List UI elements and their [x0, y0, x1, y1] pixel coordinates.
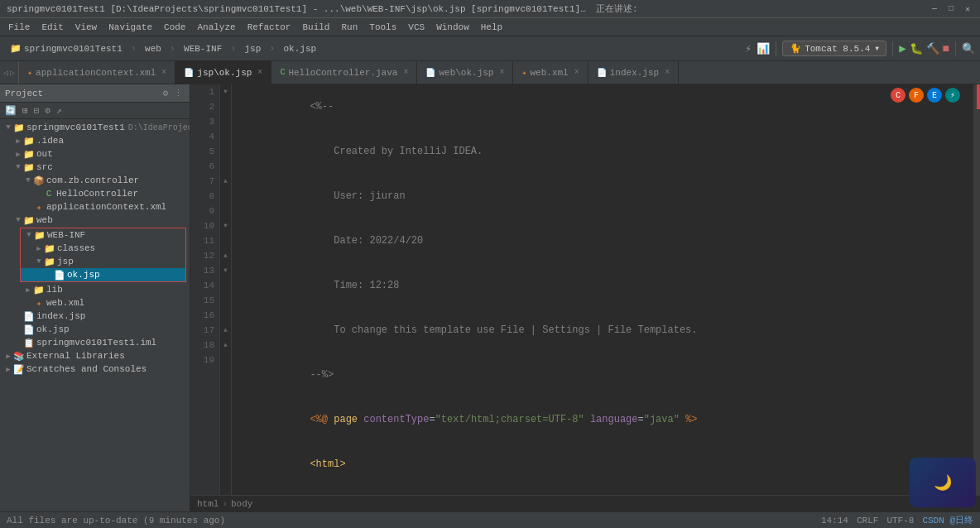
editor-scrollbar[interactable] [973, 84, 980, 495]
breadcrumb-sep2: › [170, 43, 175, 55]
ie-icon[interactable]: E [927, 88, 942, 103]
tab-scroll-left[interactable]: ◁ [3, 68, 8, 78]
menu-tools[interactable]: Tools [364, 21, 401, 34]
sidebar-item-scratches[interactable]: ▶ 📝 Scratches and Consoles [0, 362, 190, 376]
maximize-button[interactable]: □ [945, 3, 957, 15]
sidebar-item-web[interactable]: ▼ 📁 web [0, 214, 190, 227]
web-btn[interactable]: web [140, 42, 166, 55]
sidebar-item-jsp[interactable]: ▼ 📁 jsp [21, 255, 185, 268]
sidebar-item-idea[interactable]: ▶ 📁 .idea [0, 134, 190, 147]
code-line-8: <%@ page contentType="text/html;charset=… [238, 397, 967, 442]
tab-okjsp-close[interactable]: × [257, 68, 262, 77]
bc-body[interactable]: body [231, 499, 252, 509]
sidebar-item-lib[interactable]: ▶ 📁 lib [0, 283, 190, 296]
menu-vcs[interactable]: VCS [403, 21, 430, 34]
sidebar-tool-1[interactable]: 🔄 [3, 104, 18, 117]
tab-scroll-right[interactable]: ▷ [10, 68, 15, 78]
toolbar-sep-1 [776, 41, 776, 56]
tab-webxml[interactable]: ✦ web.xml × [513, 61, 588, 84]
tab-webokjsp-close[interactable]: × [499, 68, 504, 77]
sidebar-tool-3[interactable]: ⊟ [32, 104, 41, 117]
search-icon[interactable]: 🔍 [962, 42, 975, 55]
menu-edit[interactable]: Edit [36, 21, 68, 34]
fold-12[interactable]: ▲ [223, 248, 228, 263]
sidebar-item-out[interactable]: ▶ 📁 out [0, 147, 190, 161]
tomcat-selector[interactable]: 🐈 Tomcat 8.5.4 ▼ [782, 41, 886, 56]
sidebar-tool-5[interactable]: ↗ [55, 104, 64, 117]
menu-build[interactable]: Build [297, 21, 334, 34]
sidebar-item-indexjsp[interactable]: ▶ 📄 index.jsp [0, 310, 190, 323]
status-crlf[interactable]: CRLF [857, 516, 878, 526]
tab-indexjsp[interactable]: 📄 index.jsp × [588, 61, 679, 84]
sidebar-item-okjsp[interactable]: ▶ 📄 ok.jsp [21, 268, 185, 281]
sidebar-tool-4[interactable]: ⚙ [43, 104, 52, 117]
fold-17[interactable]: ▲ [223, 323, 228, 338]
jsp-label: jsp [57, 257, 74, 266]
fold-10[interactable]: ▼ [223, 218, 228, 233]
stop-button[interactable]: ■ [943, 42, 949, 55]
sidebar-item-okjsp2[interactable]: ▶ 📄 ok.jsp [0, 323, 190, 336]
file-btn[interactable]: ok.jsp [278, 42, 321, 55]
tab-appctx-close[interactable]: × [161, 68, 166, 77]
firefox-icon[interactable]: F [909, 88, 924, 103]
sidebar-item-root[interactable]: ▼ 📁 springmvc0101Test1 D:\IdeaProjects\s… [0, 121, 190, 134]
status-charset[interactable]: UTF-8 [886, 516, 914, 526]
code-line-6: To change this template use File | Setti… [238, 308, 967, 353]
status-position[interactable]: 14:14 [821, 516, 848, 526]
menu-window[interactable]: Window [431, 21, 474, 34]
tab-webxml-close[interactable]: × [574, 68, 579, 77]
project-name-btn[interactable]: 📁 springmvc0101Test1 [5, 41, 127, 55]
close-button[interactable]: ✕ [962, 3, 973, 15]
appctx-xml-icon: ✦ [33, 201, 45, 213]
menu-code[interactable]: Code [159, 21, 190, 34]
tab-webokjsp[interactable]: 📄 web\ok.jsp × [417, 61, 513, 84]
sidebar-item-controller[interactable]: ▼ 📦 com.zb.controller [0, 174, 190, 187]
sidebar-settings-icon[interactable]: ⚙ [161, 87, 170, 99]
sidebar-item-webinf[interactable]: ▼ 📁 WEB-INF [21, 228, 185, 242]
menu-refactor[interactable]: Refactor [243, 21, 296, 34]
bc-html[interactable]: html [197, 499, 219, 509]
tab-okjsp-label: jsp\ok.jsp [197, 68, 252, 78]
menu-navigate[interactable]: Navigate [103, 21, 157, 34]
jsp-btn[interactable]: jsp [239, 42, 266, 55]
toolbar-icon-2[interactable]: 📊 [757, 42, 770, 55]
sidebar-tool-2[interactable]: ⊞ [21, 104, 30, 117]
out-folder-icon: 📁 [23, 148, 35, 160]
fold-13[interactable]: ▼ [223, 263, 228, 278]
sidebar-item-classes[interactable]: ▶ 📁 classes [21, 242, 185, 255]
tab-appctx[interactable]: ✦ applicationContext.xml × [19, 61, 175, 84]
scratches-icon: 📝 [13, 363, 25, 375]
fold-18[interactable]: ▲ [223, 338, 228, 353]
sidebar-gear-icon[interactable]: ⋮ [172, 87, 185, 99]
sidebar-item-appctx[interactable]: ▶ ✦ applicationContext.xml [0, 200, 190, 214]
tab-okjsp[interactable]: 📄 jsp\ok.jsp × [175, 61, 271, 84]
src-arrow-icon: ▼ [13, 163, 23, 171]
fold-7[interactable]: ▲ [223, 174, 228, 189]
menu-view[interactable]: View [70, 21, 102, 34]
tab-hellocontroller-close[interactable]: × [403, 68, 408, 77]
menu-file[interactable]: File [3, 21, 35, 34]
menu-help[interactable]: Help [476, 21, 507, 34]
menu-analyze[interactable]: Analyze [192, 21, 240, 34]
sidebar-item-iml[interactable]: ▶ 📋 springmvc0101Test1.iml [0, 336, 190, 349]
tab-indexjsp-close[interactable]: × [665, 68, 670, 77]
edge-icon[interactable]: ⚡ [945, 88, 960, 103]
sidebar-item-webxml[interactable]: ▶ ✦ web.xml [0, 296, 190, 310]
chrome-icon[interactable]: C [891, 88, 906, 103]
sidebar-item-extlibs[interactable]: ▶ 📚 External Libraries [0, 349, 190, 362]
classes-folder-icon: 📁 [44, 242, 55, 254]
webinf-btn[interactable]: WEB-INF [179, 42, 227, 55]
menu-run[interactable]: Run [336, 21, 363, 34]
debug-button[interactable]: 🐛 [910, 42, 923, 55]
fold-1[interactable]: ▼ [223, 84, 228, 99]
code-content[interactable]: <%-- Created by IntelliJ IDEA. User: jiu… [232, 84, 973, 495]
toolbar-icon-1[interactable]: ⚡ [745, 42, 752, 55]
minimize-button[interactable]: — [929, 3, 940, 15]
tab-hellocontroller-label: HelloController.java [288, 68, 397, 78]
sidebar-item-src[interactable]: ▼ 📁 src [0, 161, 190, 174]
run-button[interactable]: ▶ [899, 41, 906, 55]
sidebar-item-hellocontroller[interactable]: ▶ C HelloController [0, 187, 190, 200]
classes-arrow-icon: ▶ [34, 244, 44, 253]
build-button[interactable]: 🔨 [926, 42, 939, 55]
tab-hellocontroller[interactable]: C HelloController.java × [271, 61, 417, 84]
